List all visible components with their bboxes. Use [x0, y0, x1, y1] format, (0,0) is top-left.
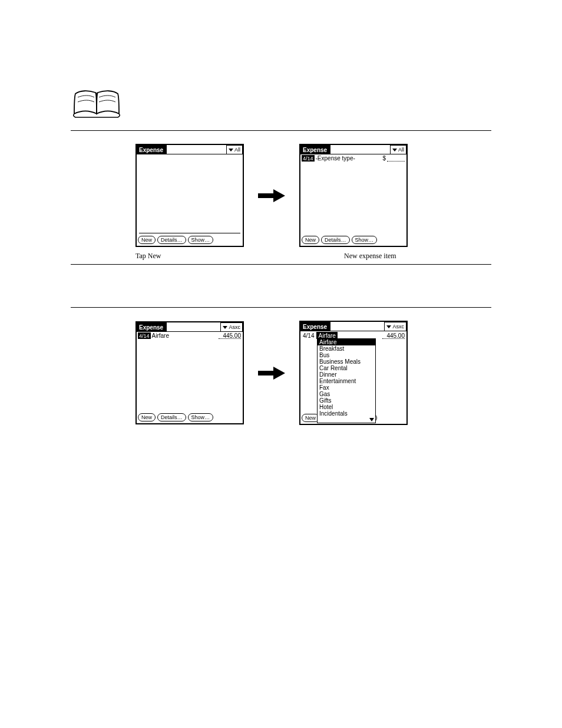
figure-row-1: Expense All New Details… Show…: [135, 144, 491, 247]
category-label: Asxc: [229, 324, 240, 330]
svg-marker-3: [273, 367, 285, 380]
details-button[interactable]: Details…: [157, 413, 186, 421]
category-dropdown[interactable]: All: [390, 145, 406, 154]
popup-item[interactable]: Gifts: [318, 397, 375, 404]
expense-date[interactable]: 4/14: [138, 332, 151, 339]
amount-field[interactable]: 445.00: [382, 332, 405, 339]
category-label: Asxc: [392, 324, 404, 330]
details-button[interactable]: Details…: [157, 236, 186, 244]
book-icon: [71, 85, 491, 124]
details-button[interactable]: Details…: [321, 236, 350, 244]
popup-item[interactable]: Fax: [318, 384, 375, 391]
palm-panel-empty: Expense All New Details… Show…: [135, 144, 244, 247]
show-button[interactable]: Show…: [188, 413, 214, 421]
new-button[interactable]: New: [138, 413, 156, 421]
popup-item[interactable]: Dinner: [318, 371, 375, 378]
popup-scroll-down[interactable]: [318, 417, 375, 423]
popup-item[interactable]: Gas: [318, 391, 375, 397]
arrow-right-icon: [257, 365, 286, 381]
svg-marker-1: [273, 189, 285, 202]
amount-field[interactable]: [387, 155, 405, 162]
input-line: [139, 233, 240, 233]
chevron-down-icon: [229, 149, 233, 151]
svg-rect-0: [258, 193, 273, 198]
caption-right: New expense item: [344, 252, 452, 261]
app-title: Expense: [137, 322, 167, 332]
chevron-down-icon: [223, 326, 227, 329]
popup-item[interactable]: Breakfast: [318, 345, 375, 352]
expense-type-placeholder[interactable]: -Expense type-: [316, 155, 355, 162]
app-title: Expense: [300, 322, 330, 331]
popup-item[interactable]: Car Rental: [318, 365, 375, 371]
popup-item[interactable]: Airfare: [318, 339, 375, 345]
currency-symbol: $: [382, 155, 386, 162]
category-label: All: [234, 147, 240, 153]
chevron-down-icon: [392, 149, 397, 151]
popup-item[interactable]: Bus: [318, 352, 375, 358]
category-label: All: [398, 147, 404, 153]
amount-field[interactable]: 445.00: [219, 332, 241, 339]
arrow-down-icon: [369, 418, 374, 421]
caption-left: Tap New: [135, 252, 244, 261]
popup-item[interactable]: Business Meals: [318, 358, 375, 365]
popup-item[interactable]: Entertainment: [318, 378, 375, 384]
divider: [71, 264, 491, 265]
popup-item[interactable]: Hotel: [318, 404, 375, 410]
new-button[interactable]: New: [138, 236, 156, 244]
palm-panel-airfare: Expense Asxc 4/14 Airfare 445.00 New Det…: [135, 321, 244, 424]
chevron-down-icon: [386, 325, 391, 328]
figure-row-2: Expense Asxc 4/14 Airfare 445.00 New Det…: [135, 321, 491, 425]
expense-date[interactable]: 4/14: [302, 155, 315, 162]
app-title: Expense: [137, 145, 167, 154]
expense-type[interactable]: Airfare: [152, 332, 169, 339]
expense-date[interactable]: 4/14: [302, 332, 315, 339]
show-button[interactable]: Show…: [352, 236, 378, 244]
popup-item[interactable]: Incidentals: [318, 410, 375, 417]
divider: [71, 307, 491, 308]
palm-panel-popup: Expense Asxc 4/14 Airfare 445.00 Airfare…: [299, 321, 408, 425]
app-title: Expense: [300, 145, 330, 154]
category-dropdown[interactable]: Asxc: [220, 322, 243, 332]
expense-type-popup[interactable]: Airfare Breakfast Bus Business Meals Car…: [317, 338, 376, 423]
expense-row[interactable]: 4/14 Airfare 445.00: [137, 332, 243, 339]
expense-row[interactable]: 4/14 -Expense type- $: [300, 154, 406, 162]
palm-panel-newrow: Expense All 4/14 -Expense type- $ New: [299, 144, 408, 247]
category-dropdown[interactable]: All: [226, 145, 243, 154]
svg-rect-2: [258, 371, 273, 375]
show-button[interactable]: Show…: [188, 236, 214, 244]
category-dropdown[interactable]: Asxc: [384, 322, 406, 331]
arrow-right-icon: [257, 188, 286, 203]
divider: [71, 130, 491, 131]
new-button[interactable]: New: [302, 236, 319, 244]
